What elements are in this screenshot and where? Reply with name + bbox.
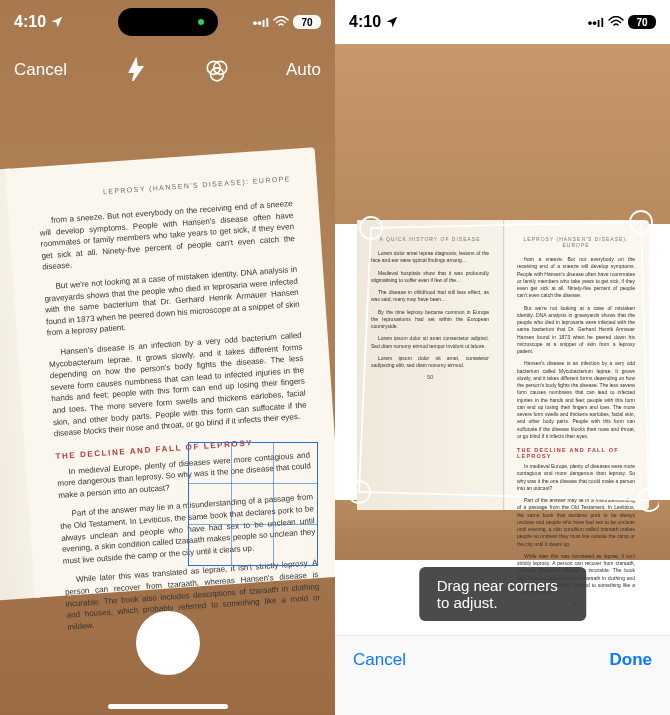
home-indicator[interactable] [108,704,228,709]
dynamic-island [118,8,218,36]
location-icon [385,15,399,29]
running-head: LEPROSY (HANSEN'S DISEASE): EUROPE [37,175,291,200]
status-time: 4:10 [349,13,381,31]
wifi-icon [273,16,289,28]
crop-quad-overlay[interactable] [349,210,659,520]
status-time-area: 4:10 [349,13,399,31]
status-right-area: ••ıl 70 [253,15,321,30]
battery-indicator: 70 [628,15,656,29]
auto-mode-button[interactable]: Auto [286,60,321,80]
status-time-area: 4:10 [14,13,64,31]
done-button[interactable]: Done [610,650,653,670]
shutter-inner [142,617,194,669]
shutter-area [0,611,335,675]
status-bar: 4:10 ••ıl 70 [335,0,670,44]
location-icon [50,15,64,29]
shutter-button[interactable] [136,611,200,675]
wifi-icon [608,16,624,28]
svg-marker-3 [359,222,649,500]
detected-crop-frame[interactable] [188,442,318,566]
hint-toast: Drag near corners to adjust. [419,567,587,621]
photo-background-top [335,44,670,224]
body-paragraph: from a sneeze. But not everybody on the … [39,198,296,274]
battery-indicator: 70 [293,15,321,29]
cellular-icon: ••ıl [588,15,604,30]
cellular-icon: ••ıl [253,15,269,30]
status-time: 4:10 [14,13,46,31]
cancel-button[interactable]: Cancel [14,60,67,80]
camera-capture-screen: 4:10 ••ıl 70 Cancel Auto LEPROSY (HANSEN… [0,0,335,715]
camera-toolbar: Cancel Auto [0,48,335,92]
crop-adjust-screen: 4:10 ••ıl 70 A QUICK HISTORY OF DISEASE … [335,0,670,715]
flash-icon[interactable] [123,57,149,83]
status-right-area: ••ıl 70 [588,15,656,30]
body-paragraph: But we're not looking at a case of mista… [43,264,300,340]
cancel-button[interactable]: Cancel [353,650,406,670]
bottom-toolbar: Cancel Done [335,635,670,715]
camera-active-dot-icon [198,19,204,25]
body-paragraph: Hansen's disease is an infection by a ve… [48,330,308,440]
filter-icon[interactable] [204,57,230,83]
